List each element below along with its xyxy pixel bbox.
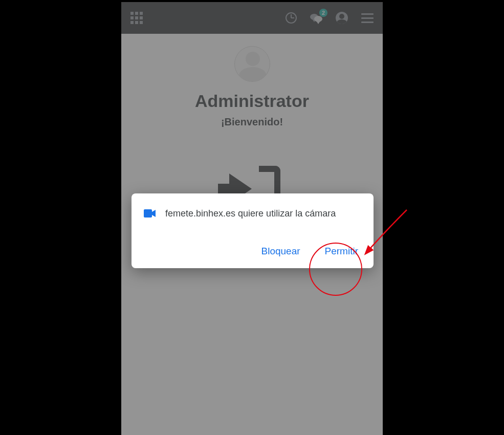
permission-dialog: femete.binhex.es quiere utilizar la cáma… — [132, 193, 374, 268]
dialog-message: femete.binhex.es quiere utilizar la cáma… — [165, 207, 336, 220]
svg-rect-0 — [144, 209, 152, 217]
allow-button[interactable]: Permitir — [324, 244, 359, 259]
camera-icon — [144, 209, 156, 218]
block-button[interactable]: Bloquear — [260, 244, 301, 259]
